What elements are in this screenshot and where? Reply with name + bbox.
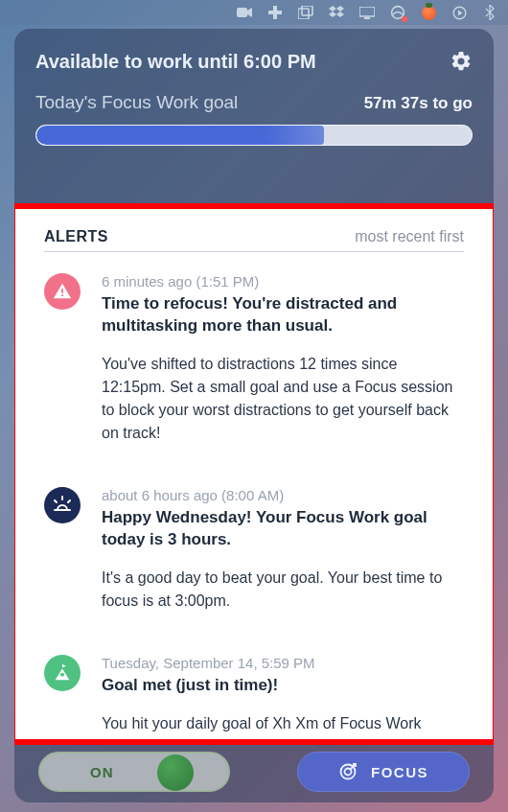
svg-rect-8 bbox=[61, 294, 63, 296]
goal-label: Today's Focus Work goal bbox=[35, 92, 238, 113]
display-icon[interactable] bbox=[358, 4, 376, 21]
svg-rect-2 bbox=[302, 6, 312, 15]
alert-headline: Happy Wednesday! Your Focus Work goal to… bbox=[102, 507, 464, 551]
availability-label: Available to work until 6:00 PM bbox=[35, 51, 316, 73]
footer-controls: ON FOCUS bbox=[38, 751, 470, 793]
status-icon[interactable] bbox=[389, 4, 406, 21]
alerts-sort[interactable]: most recent first bbox=[355, 228, 464, 245]
bluetooth-icon[interactable] bbox=[481, 4, 498, 21]
alert-text: You hit your daily goal of Xh Xm of Focu… bbox=[102, 712, 464, 735]
gear-icon[interactable] bbox=[450, 50, 473, 73]
tomato-icon[interactable] bbox=[420, 4, 437, 21]
alert-time: about 6 hours ago (8:00 AM) bbox=[102, 487, 464, 503]
alerts-header: ALERTS most recent first bbox=[44, 228, 464, 252]
alerts-card: ALERTS most recent first 6 minutes ago (… bbox=[14, 203, 494, 745]
alert-body: Tuesday, September 14, 5:59 PMGoal met (… bbox=[102, 655, 464, 735]
toggle-label: ON bbox=[90, 764, 114, 780]
macos-menubar bbox=[0, 0, 508, 25]
dropbox-icon[interactable] bbox=[328, 4, 345, 21]
svg-rect-1 bbox=[298, 9, 309, 19]
tracking-toggle[interactable]: ON bbox=[38, 752, 230, 792]
plus-icon[interactable] bbox=[266, 4, 284, 21]
panel-header: Available to work until 6:00 PM Today's … bbox=[14, 29, 494, 161]
svg-rect-0 bbox=[237, 8, 247, 17]
windows-icon[interactable] bbox=[297, 4, 314, 21]
alerts-title: ALERTS bbox=[44, 228, 108, 245]
warning-icon bbox=[44, 273, 81, 310]
toggle-knob bbox=[157, 754, 194, 791]
alert-list: 6 minutes ago (1:51 PM)Time to refocus! … bbox=[44, 273, 464, 735]
status-badge-dot bbox=[402, 16, 407, 22]
alert-headline: Goal met (just in time)! bbox=[102, 675, 464, 697]
goal-remaining: 57m 37s to go bbox=[364, 94, 473, 113]
focus-button[interactable]: FOCUS bbox=[297, 752, 470, 792]
svg-point-9 bbox=[60, 673, 64, 677]
alert-headline: Time to refocus! You're distracted and m… bbox=[102, 293, 464, 337]
progress-bar bbox=[35, 125, 473, 146]
flag-peak-icon bbox=[44, 655, 81, 691]
alert-text: It's a good day to beat your goal. Your … bbox=[102, 567, 464, 613]
progress-fill bbox=[36, 126, 324, 145]
svg-rect-4 bbox=[364, 17, 370, 19]
focus-button-label: FOCUS bbox=[371, 764, 428, 780]
play-circle-icon[interactable] bbox=[450, 4, 468, 21]
alert-item[interactable]: 6 minutes ago (1:51 PM)Time to refocus! … bbox=[44, 273, 464, 445]
alert-item[interactable]: Tuesday, September 14, 5:59 PMGoal met (… bbox=[44, 655, 464, 735]
video-icon[interactable] bbox=[236, 4, 253, 21]
svg-rect-3 bbox=[359, 7, 375, 16]
alert-text: You've shifted to distractions 12 times … bbox=[102, 353, 464, 445]
main-panel: Available to work until 6:00 PM Today's … bbox=[14, 29, 494, 802]
alert-body: 6 minutes ago (1:51 PM)Time to refocus! … bbox=[102, 273, 464, 445]
alert-item[interactable]: about 6 hours ago (8:00 AM)Happy Wednesd… bbox=[44, 487, 464, 613]
target-icon bbox=[338, 762, 358, 781]
alert-time: 6 minutes ago (1:51 PM) bbox=[102, 273, 464, 290]
svg-rect-7 bbox=[61, 289, 63, 293]
sunrise-icon bbox=[44, 487, 81, 523]
alert-body: about 6 hours ago (8:00 AM)Happy Wednesd… bbox=[102, 487, 464, 613]
alert-time: Tuesday, September 14, 5:59 PM bbox=[102, 655, 464, 671]
